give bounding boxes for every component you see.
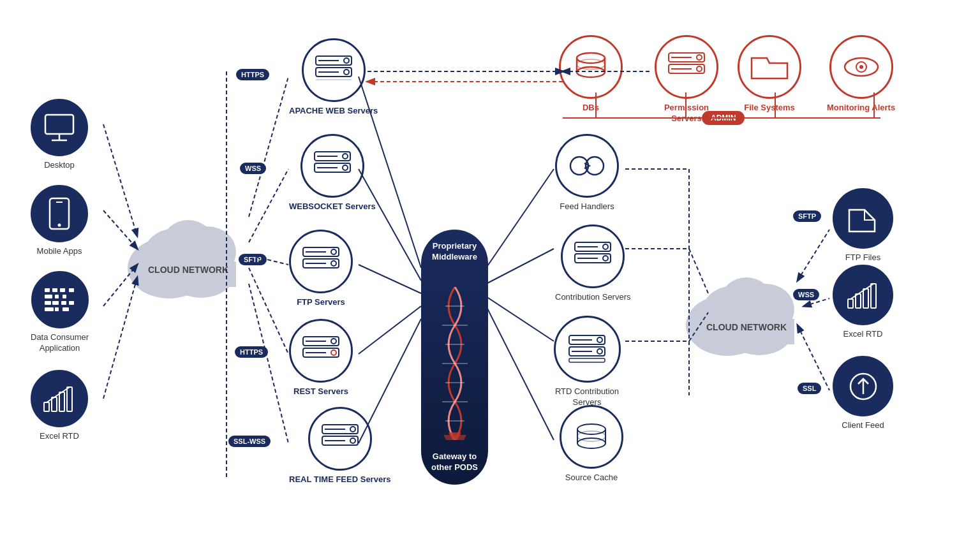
sftp2-badge: SFTP [793,210,821,222]
mobile-label: Mobile Apps [37,246,82,257]
realtimefeed-node: REAL TIME FEED Servers [289,407,390,484]
svg-rect-43 [45,295,52,298]
svg-rect-149 [848,299,853,308]
svg-point-87 [331,339,336,344]
svg-point-90 [331,350,336,355]
mobile-icon [31,185,88,242]
desktop-node: Desktop [31,99,88,171]
svg-rect-52 [55,307,59,311]
svg-line-13 [359,306,421,354]
svg-point-128 [577,53,605,63]
websocket-label: WEBSOCKET Servers [289,202,376,211]
ftp-node: FTP Servers [289,230,353,307]
svg-rect-150 [856,294,861,308]
ftp-files-label: FTP Files [845,253,880,263]
desktop-icon [31,99,88,156]
middleware-pill: ProprietaryMiddleware Gateway toother PO… [421,230,488,485]
svg-rect-50 [52,301,59,305]
feed-handlers-icon [555,134,619,198]
excel-rtd-left-icon [31,370,88,427]
feed-handlers-label: Feed Handlers [560,202,614,212]
svg-point-132 [577,59,605,70]
svg-rect-57 [52,397,57,411]
data-consumer-label: Data ConsumerApplication [31,332,89,354]
ftp-files-icon [833,188,893,249]
svg-rect-151 [863,289,868,308]
excel-rtd-right-icon [833,265,893,325]
svg-text:CLOUD NETWORK: CLOUD NETWORK [706,322,787,332]
svg-point-111 [603,244,608,249]
websocket-icon [301,134,364,198]
monitoring-alerts-icon [829,35,893,99]
rtd-contribution-node: RTD Contribution Servers [549,316,625,408]
middleware-label1: ProprietaryMiddleware [429,241,480,263]
data-consumer-node: Data ConsumerApplication [31,271,89,354]
svg-rect-53 [63,307,69,311]
cloud-right: CLOUD NETWORK [676,255,817,360]
file-systems-label: File Systems [744,103,795,114]
svg-point-120 [597,349,602,354]
svg-rect-56 [44,402,49,411]
svg-point-141 [859,65,863,69]
svg-point-81 [331,249,336,254]
contribution-label: Contribution Servers [555,292,631,303]
svg-rect-44 [45,301,51,305]
svg-line-8 [249,284,288,443]
svg-point-114 [603,256,608,261]
svg-rect-54 [69,288,74,292]
excel-rtd-left-node: Excel RTD [31,370,88,442]
source-cache-icon [560,405,623,469]
file-systems-node: File Systems [738,35,801,114]
apache-icon [302,38,366,102]
svg-rect-122 [569,358,605,362]
svg-point-93 [350,427,355,432]
cloud-left: CLOUD NETWORK [118,198,258,302]
dbs-icon [559,35,623,99]
middleware-label2: Gateway toother PODS [429,452,480,473]
source-cache-label: Source Cache [565,473,618,483]
rest-node: REST Servers [289,319,353,396]
svg-rect-47 [60,288,65,292]
file-systems-icon [738,35,801,99]
ssl-badge: SSL [798,383,821,394]
svg-rect-48 [55,295,59,298]
svg-point-134 [697,55,702,60]
svg-point-71 [344,70,349,75]
dbs-node: DBs [559,35,623,114]
svg-point-68 [344,58,349,63]
svg-rect-152 [871,284,876,308]
svg-point-96 [350,438,355,443]
svg-line-24 [486,249,554,284]
wss1-badge: WSS [240,163,266,174]
realtimefeed-icon [308,407,372,471]
apache-label: APACHE WEB Servers [289,106,378,115]
svg-line-25 [486,297,554,341]
svg-point-117 [597,337,602,342]
realtimefeed-label: REAL TIME FEED Servers [289,474,390,484]
sftp1-badge: SFTP [239,254,267,265]
svg-rect-46 [52,288,57,292]
svg-point-84 [331,261,336,266]
excel-rtd-left-label: Excel RTD [40,431,79,442]
svg-text:CLOUD NETWORK: CLOUD NETWORK [148,265,228,275]
ftp-label: FTP Servers [297,297,345,307]
data-consumer-icon [31,271,89,328]
architecture-diagram: Desktop Mobile Apps [0,0,980,551]
desktop-label: Desktop [44,160,75,171]
rtd-contribution-icon [554,316,621,383]
svg-point-146 [721,277,772,322]
svg-rect-45 [45,307,54,311]
https1-badge: HTTPS [236,69,269,80]
svg-point-41 [58,224,61,227]
svg-line-12 [359,265,421,293]
mobile-node: Mobile Apps [31,185,88,257]
wss2-badge: WSS [793,289,819,300]
svg-point-75 [343,154,348,159]
svg-rect-49 [63,295,66,298]
svg-rect-51 [61,301,66,305]
svg-rect-59 [67,387,72,411]
ftp-files-node: FTP Files [833,188,893,263]
svg-rect-73 [316,79,352,80]
svg-rect-36 [45,115,73,134]
rest-label: REST Servers [293,386,348,396]
